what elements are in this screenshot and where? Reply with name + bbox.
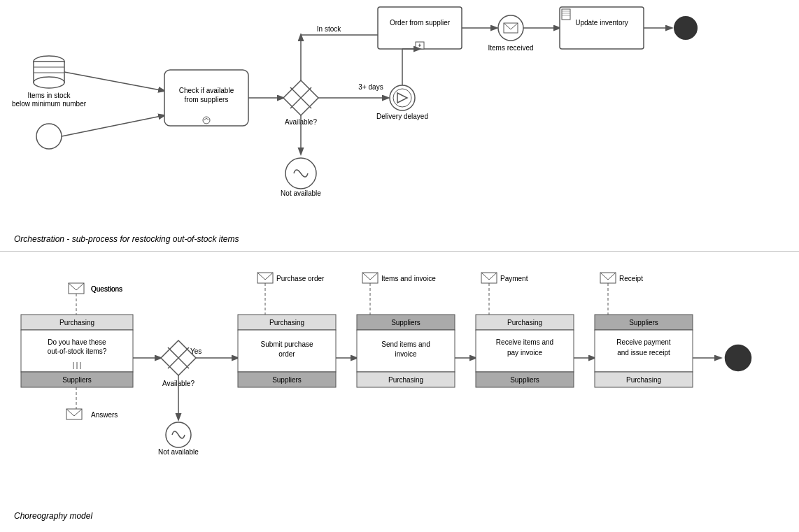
top-diagram: Items in stock below minimum number Chec… (0, 0, 799, 252)
choreo2-msg-label: Items and invoice (381, 275, 436, 282)
choreo-task0-line1: Do you have these (48, 338, 106, 346)
delay-event-inner (393, 89, 411, 107)
choreo2-line2: invoice (395, 350, 417, 358)
delay-label: Delivery delayed (376, 113, 428, 120)
bottom-caption: Choreography model (14, 511, 92, 521)
arrow-start1-task1 (64, 72, 164, 91)
questions-envelope (69, 283, 84, 294)
instock-label: In stock (317, 25, 341, 33)
choreo3-top-label: Purchasing (507, 319, 542, 326)
choreo2-envelope (362, 273, 378, 283)
task1-line1: Check if available (179, 87, 234, 94)
update-task-rect (560, 7, 644, 49)
subproc-plus: + (418, 42, 421, 49)
items-received-label: Items received (488, 44, 533, 52)
choreo-task0-line2: out-of-stock items? (48, 347, 107, 355)
top-caption: Orchestration - sub-process for restocki… (14, 234, 239, 244)
choreo3-envelope (481, 273, 497, 283)
choreo1-msg-label: Purchase order (276, 275, 325, 282)
arrow-start2-task1 (62, 115, 164, 136)
choreo-task0-bottom-label: Suppliers (62, 376, 92, 384)
update-task-label: Update inventory (575, 19, 628, 27)
task2-line1: Order from supplier (390, 19, 451, 27)
choreo-task0-top-label: Purchasing (59, 319, 94, 326)
svg-point-2 (34, 77, 64, 88)
top-diagram-svg: Items in stock below minimum number Chec… (0, 0, 799, 248)
choreo3-bottom-label: Suppliers (510, 376, 539, 384)
delay-sublabel: 3+ days (358, 83, 383, 91)
svg-text:Questions: Questions (91, 285, 122, 293)
end-event2 (726, 345, 751, 371)
page: Items in stock below minimum number Chec… (0, 0, 799, 532)
bottom-diagram: Questions Questions Purchasing Do you ha… (0, 252, 799, 524)
choreo4-line1: Receive payment (616, 338, 670, 346)
choreo1-bottom-label: Suppliers (272, 376, 302, 384)
choreo2-top-label: Suppliers (391, 319, 420, 326)
start1-label: Items in stock (27, 92, 71, 99)
end-event (674, 17, 697, 39)
choreo1-line1: Submit purchase (260, 340, 313, 348)
choreo1-top-label: Purchasing (269, 319, 304, 326)
choreo3-line2: pay invoice (507, 349, 542, 357)
choreo2-bottom-label: Purchasing (388, 376, 423, 384)
choreo4-envelope (600, 273, 616, 283)
start1-label2: below minimum number (12, 100, 87, 108)
answers-envelope (66, 409, 82, 419)
choreo3-msg-label: Payment (500, 275, 528, 282)
choreo1-line2: order (278, 350, 295, 358)
choreo4-line2: and issue receipt (617, 349, 670, 357)
svg-rect-7 (562, 9, 570, 20)
bottom-diagram-svg: Questions Questions Purchasing Do you ha… (0, 252, 799, 517)
answers-label: Answers (91, 411, 118, 419)
choreo1-envelope (257, 273, 273, 283)
gateway2-yes: Yes (190, 347, 201, 355)
not-avail2-label: Not available (158, 448, 199, 456)
choreo4-bottom-label: Purchasing (626, 376, 661, 384)
task1-line2: from suppliers (185, 96, 229, 103)
choreo2-line1: Send items and (381, 340, 430, 348)
choreo4-msg-label: Receipt (619, 275, 643, 282)
not-avail-label: Not available (281, 189, 321, 197)
choreo4-top-label: Suppliers (629, 319, 658, 326)
choreo3-line1: Receive items and (496, 338, 553, 346)
start-event2 (36, 124, 62, 149)
